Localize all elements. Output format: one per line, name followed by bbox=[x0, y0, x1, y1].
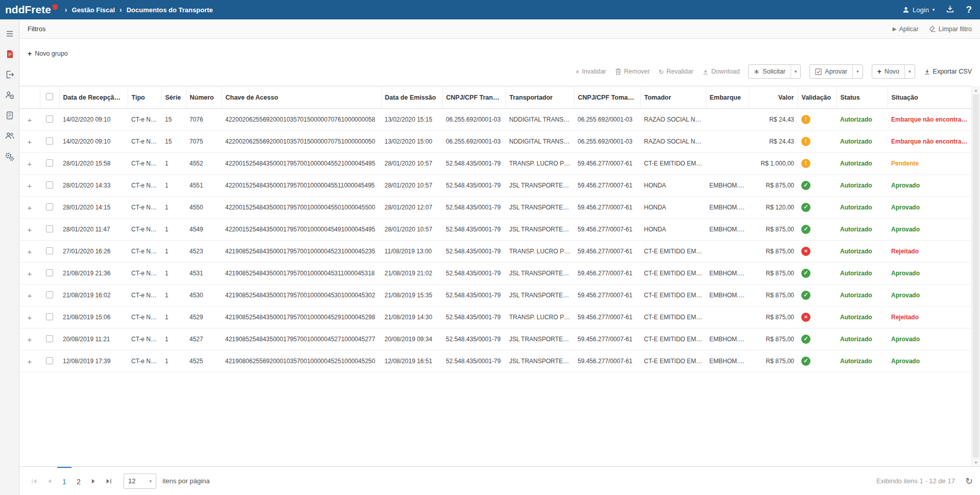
table-row[interactable]: + 27/01/2020 16:26 CT-e Nor... 1 4523 42… bbox=[19, 241, 971, 263]
sidebar-item-reports[interactable] bbox=[0, 105, 19, 126]
header-data-recepcao[interactable]: Data de Recepção ↓ bbox=[59, 86, 128, 109]
table-row[interactable]: + 28/01/2020 14:33 CT-e Nor... 1 4551 42… bbox=[19, 175, 971, 197]
page-size-select[interactable]: 12 ▾ bbox=[124, 474, 156, 489]
header-select-all bbox=[40, 86, 59, 109]
cell-embarque bbox=[706, 241, 749, 263]
row-checkbox[interactable] bbox=[46, 313, 53, 320]
sidebar-item-user-history[interactable] bbox=[0, 85, 19, 105]
table-row[interactable]: + 20/08/2019 11:21 CT-e Nor... 1 4527 42… bbox=[19, 328, 971, 350]
header-cnpj-transportador[interactable]: CNPJ/CPF Transpo... bbox=[442, 86, 506, 109]
row-checkbox[interactable] bbox=[46, 357, 53, 364]
new-dropdown-caret[interactable]: ▾ bbox=[904, 65, 915, 78]
header-cnpj-tomador[interactable]: CNPJ/CPF Tomador bbox=[574, 86, 640, 109]
row-checkbox[interactable] bbox=[46, 137, 53, 145]
help-icon[interactable]: ? bbox=[966, 4, 972, 15]
remove-button[interactable]: Remover bbox=[615, 68, 650, 75]
cell-tipo: CT-e Nor... bbox=[128, 241, 161, 263]
expand-row-button[interactable]: + bbox=[19, 197, 40, 219]
new-group-button[interactable]: + Novo grupo bbox=[28, 50, 68, 58]
sidebar-item-settings[interactable] bbox=[0, 146, 19, 167]
page-1-button[interactable]: 1 bbox=[57, 467, 71, 495]
cell-valor: R$ 875,00 bbox=[749, 328, 798, 350]
sidebar-item-export[interactable] bbox=[0, 64, 19, 85]
scrollbar-thumb[interactable] bbox=[973, 95, 979, 458]
table-row[interactable]: + 21/08/2019 21:36 CT-e Nor... 1 4531 42… bbox=[19, 263, 971, 285]
table-row[interactable]: + 28/01/2020 15:58 CT-e Nor... 1 4552 42… bbox=[19, 153, 971, 175]
download-tray-icon[interactable] bbox=[946, 5, 954, 15]
row-checkbox[interactable] bbox=[46, 115, 53, 123]
export-csv-button[interactable]: Exportar CSV bbox=[924, 68, 972, 75]
sidebar-menu-toggle[interactable] bbox=[0, 23, 19, 44]
expand-row-button[interactable]: + bbox=[19, 328, 40, 350]
header-tomador[interactable]: Tomador bbox=[640, 86, 706, 109]
header-status[interactable]: Status bbox=[836, 86, 888, 109]
table-row[interactable]: + 28/01/2020 14:15 CT-e Nor... 1 4550 42… bbox=[19, 197, 971, 219]
app-logo[interactable]: nddFrete bbox=[5, 4, 58, 16]
expand-row-button[interactable]: + bbox=[19, 307, 40, 328]
header-chave-acesso[interactable]: Chave de Acesso bbox=[222, 86, 381, 109]
table-row[interactable]: + 21/08/2019 16:02 CT-e Nor... 1 4530 42… bbox=[19, 285, 971, 307]
scrollbar-down-icon[interactable]: ▼ bbox=[972, 458, 980, 466]
header-validacao[interactable]: Validação bbox=[798, 86, 836, 109]
new-button[interactable]: + Novo bbox=[872, 65, 904, 78]
grid-scrollbar[interactable]: ▲ ▼ bbox=[971, 86, 980, 466]
apply-filter-button[interactable]: ▶ Aplicar bbox=[893, 26, 919, 33]
header-tipo[interactable]: Tipo bbox=[128, 86, 161, 109]
header-situacao[interactable]: Situação bbox=[888, 86, 971, 109]
row-checkbox[interactable] bbox=[46, 269, 53, 276]
expand-row-button[interactable]: + bbox=[19, 153, 40, 175]
row-checkbox[interactable] bbox=[46, 203, 53, 210]
expand-row-button[interactable]: + bbox=[19, 131, 40, 153]
header-data-emissao[interactable]: Data de Emissão bbox=[381, 86, 442, 109]
refresh-grid-icon[interactable]: ↻ bbox=[965, 476, 973, 487]
expand-row-button[interactable]: + bbox=[19, 219, 40, 241]
sidebar-item-documentos-transporte-active[interactable] bbox=[0, 44, 19, 64]
clear-filter-button[interactable]: Limpar filtro bbox=[929, 26, 972, 33]
request-dropdown-caret[interactable]: ▾ bbox=[791, 65, 801, 78]
page-2-button[interactable]: 2 bbox=[71, 467, 86, 495]
expand-row-button[interactable]: + bbox=[19, 175, 40, 197]
approve-dropdown-caret[interactable]: ▾ bbox=[852, 65, 863, 78]
sidebar-item-users[interactable] bbox=[0, 126, 19, 146]
table-row[interactable]: + 14/02/2020 09:10 CT-e Nor... 15 7075 4… bbox=[19, 131, 971, 153]
row-checkbox[interactable] bbox=[46, 225, 53, 232]
expand-row-button[interactable]: + bbox=[19, 109, 40, 131]
table-row[interactable]: + 14/02/2020 09:10 CT-e Nor... 15 7076 4… bbox=[19, 109, 971, 131]
select-all-checkbox[interactable] bbox=[46, 93, 53, 100]
header-transportador[interactable]: Transportador bbox=[506, 86, 574, 109]
row-checkbox[interactable] bbox=[46, 291, 53, 298]
table-row[interactable]: + 12/08/2019 17:39 CT-e Nor... 1 4525 42… bbox=[19, 350, 971, 372]
header-embarque[interactable]: Embarque bbox=[706, 86, 749, 109]
row-checkbox[interactable] bbox=[46, 247, 53, 254]
cell-situacao: Aprovado bbox=[888, 285, 971, 307]
scrollbar-up-icon[interactable]: ▲ bbox=[972, 86, 980, 94]
row-checkbox[interactable] bbox=[46, 159, 53, 167]
header-numero[interactable]: Número bbox=[186, 86, 222, 109]
first-page-button[interactable] bbox=[27, 467, 42, 495]
expand-row-button[interactable]: + bbox=[19, 263, 40, 285]
prev-page-button[interactable] bbox=[42, 467, 57, 495]
cell-cnpj-tomador: 59.456.277/0007-61 bbox=[574, 153, 640, 175]
expand-row-button[interactable]: + bbox=[19, 350, 40, 372]
cell-transportador: JSL TRANSPORTES D... bbox=[506, 285, 574, 307]
invalidate-button[interactable]: × Invalidar bbox=[576, 68, 606, 76]
revalidate-button[interactable]: ↻ Revalidar bbox=[658, 68, 693, 76]
breadcrumb-gestao-fiscal[interactable]: Gestão Fiscal bbox=[72, 6, 115, 14]
breadcrumb-documentos-transporte[interactable]: Documentos do Transporte bbox=[127, 6, 213, 14]
header-valor[interactable]: Valor bbox=[749, 86, 798, 109]
approve-button[interactable]: Aprovar bbox=[810, 65, 852, 78]
next-page-button[interactable] bbox=[86, 467, 101, 495]
login-menu[interactable]: Login ▾ bbox=[902, 6, 935, 14]
row-checkbox[interactable] bbox=[46, 181, 53, 188]
cell-status: Autorizado bbox=[836, 285, 888, 307]
last-page-button[interactable] bbox=[101, 467, 116, 495]
row-checkbox[interactable] bbox=[46, 335, 53, 342]
request-button[interactable]: Solicitar bbox=[749, 65, 790, 78]
expand-row-button[interactable]: + bbox=[19, 285, 40, 307]
table-row[interactable]: + 21/08/2019 15:06 CT-e Nor... 1 4529 42… bbox=[19, 307, 971, 328]
download-button[interactable]: Download bbox=[702, 68, 740, 75]
header-serie[interactable]: Série bbox=[161, 86, 186, 109]
table-row[interactable]: + 28/01/2020 11:47 CT-e Nor... 1 4549 42… bbox=[19, 219, 971, 241]
cell-serie: 1 bbox=[161, 285, 186, 307]
expand-row-button[interactable]: + bbox=[19, 241, 40, 263]
